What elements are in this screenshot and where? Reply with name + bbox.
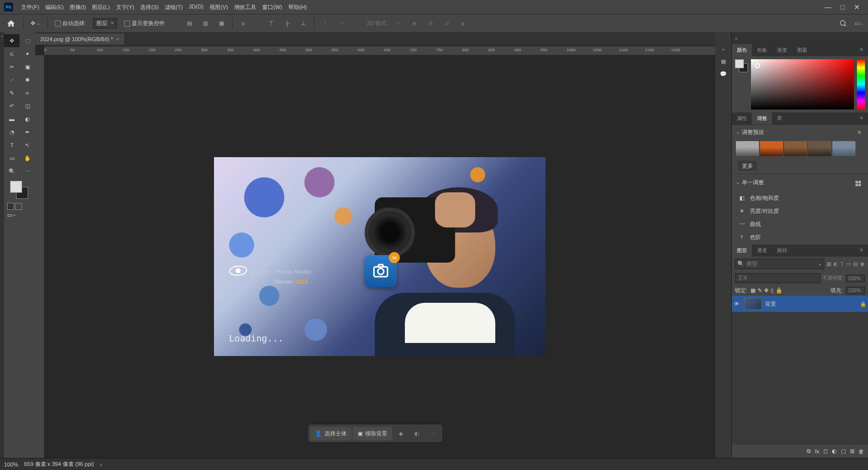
adjustment-layer-icon[interactable]: ◐ [832,448,837,454]
left-collapse-gutter[interactable]: « [0,32,4,458]
panel-menu-icon[interactable]: ≡ [855,245,868,257]
tab-库[interactable]: 库 [772,112,787,125]
menu-视图(V)[interactable]: 视图(V) [206,2,231,13]
menu-文字(Y)[interactable]: 文字(Y) [113,2,138,13]
layer-lock-icon[interactable]: 🔒 [860,301,866,307]
close-button[interactable]: ✕ [854,3,860,11]
color-swatches[interactable] [4,178,35,203]
filter-pixel-icon[interactable]: ▦ [826,261,831,267]
lock-all-icon[interactable]: 🔒 [776,287,783,294]
workspace-icon[interactable]: ▭ ⌄ [853,18,864,29]
eraser-tool[interactable]: ◫ [20,99,35,112]
lasso-tool[interactable]: ⊂ [4,47,20,60]
blur-tool[interactable]: ◐ [20,112,35,126]
ruler-vertical[interactable] [35,55,44,458]
align-left-icon[interactable]: ▤ [184,18,195,29]
history-brush-tool[interactable]: ↶ [4,99,20,112]
menu-图像(I)[interactable]: 图像(I) [67,2,89,13]
clone-tool[interactable]: ⎆ [20,86,35,99]
align-middle-icon[interactable]: ┼ [282,18,293,29]
layer-name[interactable]: 背景 [765,300,776,308]
layer-mask-icon[interactable]: ◻ [823,448,828,454]
filter-type-icon[interactable]: T [840,261,844,267]
select-subject-button[interactable]: 👤 选择主体 [310,427,352,440]
new-layer-icon[interactable]: ⊞ [850,448,854,454]
blend-mode-dropdown[interactable]: 正常 [735,273,820,283]
link-layers-icon[interactable]: ⧉ [807,448,811,454]
menu-窗口(W)[interactable]: 窗口(W) [259,2,285,13]
dock-icon-1[interactable]: ▦ [721,58,726,65]
pen-tool[interactable]: ✒ [20,126,35,139]
single-adjustment-header[interactable]: ⌄单一调整 [732,174,868,190]
presets-grid-icon[interactable]: ≡ [855,128,864,136]
more-options-icon[interactable]: ⋯ [425,426,441,440]
document-tab[interactable]: 2024.png @ 100%(RGB/8#) * × [35,34,125,45]
panel-collapse-right-icon[interactable]: » [735,35,738,41]
standard-mode-icon[interactable] [7,203,14,210]
lock-artboard-icon[interactable]: ▯ [771,287,774,294]
delete-layer-icon[interactable]: 🗑 [858,448,864,454]
panel-collapse-icon[interactable]: » [722,46,725,52]
type-tool[interactable]: T [4,139,20,152]
maximize-button[interactable]: □ [841,3,845,11]
menu-编辑(E)[interactable]: 编辑(E) [42,2,67,13]
move-tool-indicator[interactable]: ✥ ⌄ [29,19,42,28]
zoom-level[interactable]: 100% [4,461,18,467]
ruler-horizontal[interactable]: 0501001502002503003504004505005506006507… [44,46,715,55]
menu-增效工具[interactable]: 增效工具 [231,2,259,13]
show-transform-checkbox[interactable]: 显示变换控件 [122,19,167,28]
layer-filter-search[interactable]: 🔍 类型⌄ [735,259,824,269]
preset-4[interactable] [808,141,831,156]
quickmask-mode-icon[interactable] [15,203,22,210]
tab-调整[interactable]: 调整 [752,112,772,125]
adjustment-亮度/对比度[interactable]: ☀亮度/对比度 [732,204,868,217]
filter-toggle-icon[interactable]: ◉ [860,261,865,267]
menu-图层(L)[interactable]: 图层(L) [89,2,113,13]
lock-pixels-icon[interactable]: ✎ [757,287,762,294]
crop-tool[interactable]: ✂ [4,60,20,73]
adjustment-色相/饱和度[interactable]: ◧色相/饱和度 [732,191,868,204]
dodge-tool[interactable]: ◔ [4,126,20,139]
preset-5[interactable] [832,141,855,156]
layer-fx-icon[interactable]: fx [815,448,819,454]
fill-input[interactable]: 100% [846,287,865,294]
status-more-icon[interactable]: › [100,461,102,467]
canvas[interactable]: acdsee Photo Studio Ultimate 2024 30 Loa… [44,55,715,458]
dock-icon-2[interactable]: 💬 [720,71,727,77]
menu-3D(D)[interactable]: 3D(D) [186,2,206,13]
filter-adj-icon[interactable]: ◐ [833,261,838,267]
search-icon[interactable] [838,18,849,29]
tab-图案[interactable]: 图案 [792,44,812,56]
edit-toolbar[interactable]: ⋯ [20,165,35,178]
screen-mode-next-icon[interactable]: ▫ [13,212,15,218]
preset-2[interactable] [760,141,783,156]
tab-颜色[interactable]: 颜色 [732,44,752,56]
distribute-v-icon[interactable]: ⋮ [319,18,331,29]
hand-tool[interactable]: ✋ [20,152,35,165]
auto-select-checkbox[interactable]: 自动选择: [53,19,88,28]
filter-shape-icon[interactable]: ▭ [846,261,851,267]
remove-background-button[interactable]: ▣ 移除背景 [353,427,392,440]
panel-menu-icon[interactable]: ≡ [855,112,868,125]
align-bottom-icon[interactable]: ⊥ [298,18,309,29]
mini-swatches[interactable] [735,59,748,72]
adjustment-presets-header[interactable]: ⌄调整预设≡ [732,125,868,139]
layer-background[interactable]: 👁 背景 🔒 [732,296,868,312]
tab-属性[interactable]: 属性 [732,112,752,125]
align-center-h-icon[interactable]: ▥ [200,18,211,29]
adjustment-色阶[interactable]: ⫯色阶 [732,230,868,244]
transform-icon[interactable]: ◆ [393,426,408,440]
tab-色板[interactable]: 色板 [752,44,772,56]
brush-tool[interactable]: ✎ [4,86,20,99]
menu-帮助(H)[interactable]: 帮助(H) [285,2,310,13]
panel-menu-icon[interactable]: ≡ [855,44,868,56]
document-info[interactable]: 659 像素 x 394 像素 (96 ppi) [24,460,94,468]
rectangle-tool[interactable]: ▭ [4,152,20,165]
menu-滤镜(T)[interactable]: 滤镜(T) [162,2,186,13]
adjust-icon[interactable]: ◐ [409,426,424,440]
frame-tool[interactable]: ▣ [20,60,35,73]
gradient-tool[interactable]: ▬ [4,112,20,126]
screen-mode-icon[interactable]: ▭ [7,212,12,218]
lock-transparency-icon[interactable]: ▦ [750,287,755,294]
hue-slider[interactable] [857,59,865,109]
